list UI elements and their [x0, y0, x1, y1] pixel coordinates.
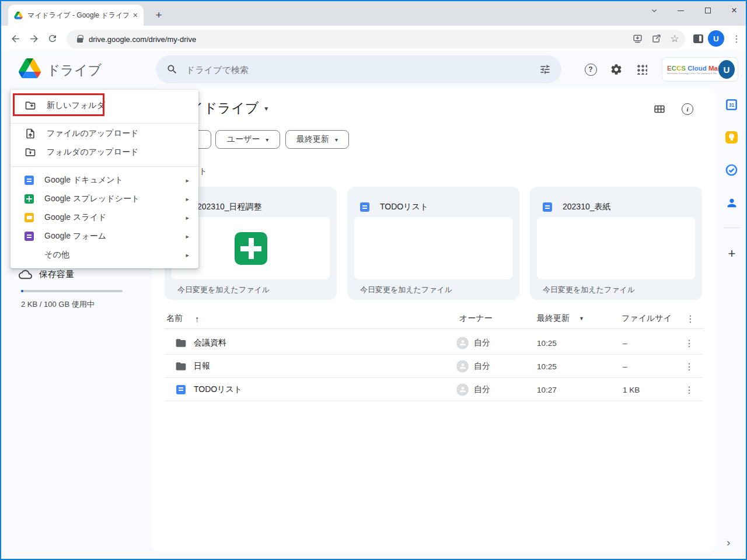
- folder-upload-icon: [25, 146, 36, 158]
- install-app-icon[interactable]: [629, 30, 645, 47]
- file-card[interactable]: 202310_表紙 今日変更を加えたファイル: [530, 187, 702, 300]
- menu-item-google-slides[interactable]: Google スライド ▸: [11, 208, 198, 227]
- annotation-highlight: [13, 93, 104, 116]
- lock-icon: [77, 38, 83, 43]
- docs-file-icon: [360, 202, 369, 212]
- submenu-arrow-icon: ▸: [186, 195, 198, 203]
- table-row[interactable]: TODOリスト 自分 10:27 1 KB ⋮: [165, 378, 703, 401]
- tab-close-icon[interactable]: ×: [133, 10, 138, 20]
- google-forms-icon: [25, 232, 34, 241]
- google-sheets-icon: [25, 194, 34, 204]
- file-upload-icon: [25, 128, 36, 139]
- menu-item-file-upload[interactable]: ファイルのアップロード: [11, 124, 198, 143]
- reload-button[interactable]: [44, 30, 61, 47]
- file-name: 会議資料: [194, 338, 226, 348]
- caret-down-icon: ▾: [335, 136, 338, 143]
- folder-icon: [175, 337, 187, 349]
- google-docs-icon: [25, 176, 34, 185]
- file-table-header: 名前 ↑ オーナー 最終更新 ▼ ファイルサイ ⋮: [165, 308, 703, 329]
- browser-menu-icon[interactable]: ⋮: [728, 30, 745, 47]
- file-card[interactable]: TODOリスト 今日変更を加えたファイル: [347, 187, 519, 300]
- file-size: 1 KB: [623, 385, 640, 394]
- collapse-panel-chevron-icon[interactable]: ›: [727, 536, 730, 549]
- sidebar-item-storage[interactable]: 保存容量: [19, 268, 74, 281]
- table-row[interactable]: 日報 自分 10:25 – ⋮: [165, 355, 703, 378]
- side-panel-icon[interactable]: [690, 30, 706, 47]
- svg-text:31: 31: [729, 103, 735, 108]
- card-caption: 今日変更を加えたファイル: [543, 285, 635, 295]
- menu-item-folder-upload[interactable]: フォルダのアップロード: [11, 143, 198, 162]
- google-apps-grid-icon[interactable]: [634, 61, 650, 78]
- caret-down-icon: ▾: [266, 136, 268, 143]
- back-button[interactable]: [7, 30, 23, 47]
- menu-item-more[interactable]: その他 ▸: [11, 246, 198, 264]
- caret-down-icon: ▾: [264, 104, 268, 113]
- cloud-icon: [19, 268, 32, 281]
- details-info-icon[interactable]: i: [680, 102, 694, 116]
- storage-label: 保存容量: [39, 269, 74, 280]
- tab-title: マイドライブ - Google ドライブ: [27, 10, 128, 20]
- row-more-icon[interactable]: ⋮: [685, 384, 694, 395]
- table-more-icon[interactable]: ⋮: [686, 313, 695, 324]
- calendar-icon[interactable]: 31: [725, 98, 738, 111]
- rail-divider: [724, 228, 739, 228]
- get-add-ons-icon[interactable]: +: [725, 247, 739, 261]
- share-icon[interactable]: [648, 30, 664, 47]
- menu-item-google-sheets[interactable]: Google スプレッドシート ▸: [11, 190, 198, 208]
- storage-usage-text: 2 KB / 100 GB 使用中: [21, 299, 95, 310]
- contacts-icon[interactable]: [725, 196, 738, 209]
- window-minimize-button[interactable]: [667, 1, 694, 20]
- column-name[interactable]: 名前: [166, 313, 183, 324]
- submenu-arrow-icon: ▸: [186, 251, 198, 259]
- sort-ascending-icon[interactable]: ↑: [195, 313, 200, 323]
- window-maximize-button[interactable]: [694, 1, 721, 20]
- bookmark-star-icon[interactable]: ☆: [666, 30, 683, 47]
- keep-icon[interactable]: [725, 131, 738, 144]
- window-close-button[interactable]: ×: [721, 1, 747, 20]
- submenu-arrow-icon: ▸: [186, 233, 198, 240]
- grid-view-toggle[interactable]: [652, 102, 666, 116]
- search-options-tune-icon[interactable]: [539, 64, 551, 75]
- tab-search-chevron-icon[interactable]: [641, 1, 668, 20]
- modified-time: 10:25: [537, 362, 557, 370]
- forward-button[interactable]: [26, 30, 42, 47]
- google-slides-icon: [25, 213, 34, 222]
- address-bar[interactable]: drive.google.com/drive/my-drive: [67, 30, 685, 48]
- file-name: TODOリスト: [194, 384, 242, 395]
- column-owner: オーナー: [459, 313, 493, 324]
- storage-progress-bar: [21, 290, 123, 292]
- owner-name: 自分: [474, 338, 490, 348]
- submenu-arrow-icon: ▸: [186, 177, 198, 184]
- browser-window: マイドライブ - Google ドライブ × + × drive.google.…: [0, 0, 747, 560]
- settings-gear-icon[interactable]: [608, 61, 624, 78]
- browser-profile-avatar[interactable]: U: [708, 30, 724, 47]
- new-tab-button[interactable]: +: [152, 8, 166, 22]
- table-row[interactable]: 会議資料 自分 10:25 – ⋮: [165, 331, 703, 355]
- search-icon: [166, 64, 178, 75]
- filter-chip-people[interactable]: ユーザー▾: [215, 130, 280, 149]
- card-preview: [537, 217, 695, 279]
- filter-chip-modified[interactable]: 最終更新▾: [285, 130, 349, 149]
- row-more-icon[interactable]: ⋮: [685, 337, 694, 348]
- sort-descending-icon: ▼: [579, 316, 584, 321]
- sheets-logo-icon: [235, 232, 267, 265]
- url-text: drive.google.com/drive/my-drive: [89, 35, 678, 44]
- account-avatar[interactable]: U: [718, 60, 735, 79]
- drive-app-name: ドライブ: [47, 61, 102, 79]
- column-modified[interactable]: 最終更新: [537, 313, 570, 324]
- tasks-icon[interactable]: [725, 163, 738, 177]
- browser-tab[interactable]: マイドライブ - Google ドライブ ×: [8, 5, 144, 26]
- menu-item-google-docs[interactable]: Google ドキュメント ▸: [11, 171, 198, 190]
- modified-time: 10:25: [537, 338, 557, 347]
- search-input[interactable]: [186, 65, 531, 75]
- file-name: 日報: [194, 361, 210, 372]
- drive-search-bar[interactable]: [156, 55, 561, 83]
- row-more-icon[interactable]: ⋮: [685, 360, 694, 372]
- card-title: TODOリスト: [380, 202, 428, 212]
- help-icon[interactable]: ?: [582, 61, 599, 78]
- drive-logo[interactable]: [19, 58, 41, 78]
- account-badge[interactable]: ECCS Cloud Mail Information Technology C…: [662, 57, 738, 82]
- new-menu-popup: 新しいフォルダ ファイルのアップロード フォルダのアップロード Google ド…: [11, 90, 198, 268]
- menu-item-google-forms[interactable]: Google フォーム ▸: [11, 227, 198, 246]
- browser-tab-bar: マイドライブ - Google ドライブ × + ×: [1, 1, 746, 26]
